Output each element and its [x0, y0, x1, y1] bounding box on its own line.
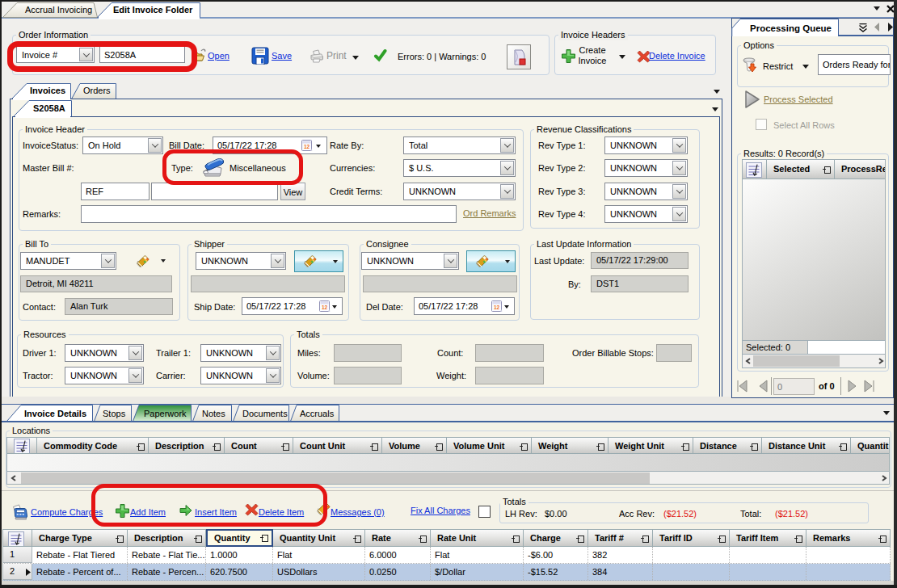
svg-text:Invoices: Invoices: [30, 86, 65, 95]
svg-text:Accrual Invoicing: Accrual Invoicing: [25, 5, 92, 15]
svg-text:12: 12: [494, 304, 500, 310]
svg-text:Edit Invoice Folder: Edit Invoice Folder: [113, 5, 193, 15]
svg-text:Processing Queue: Processing Queue: [750, 23, 832, 33]
svg-text:Documents: Documents: [242, 409, 288, 418]
svg-text:Paperwork: Paperwork: [144, 409, 187, 418]
svg-text:Accruals: Accruals: [300, 409, 335, 418]
svg-text:S2058A: S2058A: [33, 103, 65, 113]
svg-text:Stops: Stops: [103, 409, 126, 418]
svg-text:12: 12: [322, 304, 328, 310]
svg-text:12: 12: [304, 144, 310, 149]
svg-text:Notes: Notes: [202, 409, 225, 418]
svg-text:Invoice Details: Invoice Details: [24, 409, 86, 418]
svg-text:Orders: Orders: [83, 86, 111, 95]
